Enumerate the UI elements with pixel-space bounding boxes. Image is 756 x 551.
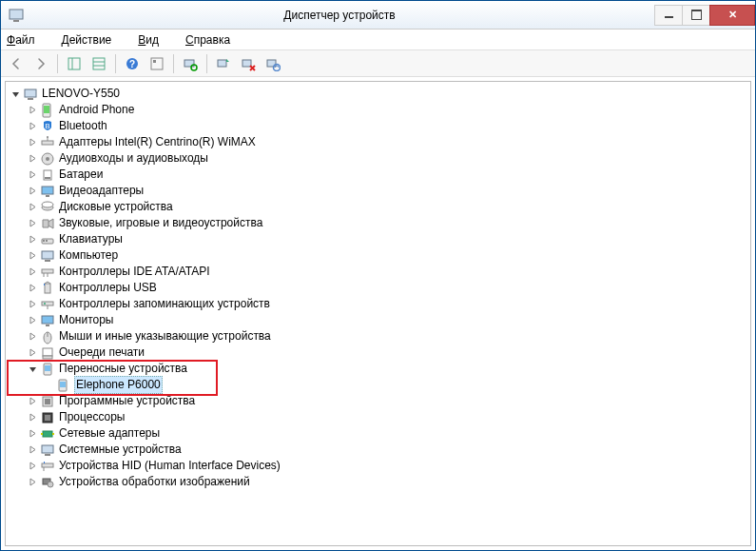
- expand-arrow-icon[interactable]: [27, 444, 38, 456]
- tree-category-label: Мониторы: [59, 312, 113, 328]
- expand-arrow-icon[interactable]: [27, 299, 38, 310]
- scan-hardware-button[interactable]: [179, 52, 202, 75]
- expand-arrow-icon[interactable]: [27, 412, 38, 423]
- minimize-button[interactable]: [654, 5, 683, 26]
- svg-rect-1: [13, 20, 19, 22]
- category-icon: [40, 426, 55, 442]
- expand-arrow-icon[interactable]: [27, 461, 38, 472]
- tree-category[interactable]: BBluetooth: [8, 118, 748, 134]
- menu-action[interactable]: Действие: [62, 33, 126, 47]
- expand-arrow-icon[interactable]: [27, 234, 38, 246]
- expand-arrow-icon[interactable]: [27, 347, 38, 359]
- svg-rect-20: [28, 98, 33, 100]
- tree-category[interactable]: Дисковые устройства: [8, 199, 748, 215]
- tree-category-label: Дисковые устройства: [59, 199, 173, 215]
- svg-rect-2: [68, 58, 80, 69]
- back-button[interactable]: [5, 52, 28, 75]
- tree-category[interactable]: Контроллеры запоминающих устройств: [8, 296, 748, 312]
- toolbar: ?: [1, 50, 755, 77]
- tree-category[interactable]: Системные устройства: [8, 442, 748, 458]
- svg-rect-44: [44, 284, 45, 285]
- expand-arrow-icon[interactable]: [27, 202, 38, 213]
- category-icon: [40, 475, 55, 490]
- tree-category[interactable]: Переносные устройства: [8, 361, 748, 377]
- expand-arrow-icon[interactable]: [27, 121, 38, 132]
- window-controls: [655, 5, 755, 26]
- tree-category[interactable]: Устройства обработки изображений: [8, 474, 748, 490]
- tree-category[interactable]: Очереди печати: [8, 344, 748, 361]
- svg-rect-0: [10, 10, 23, 19]
- tree-category[interactable]: Мониторы: [8, 312, 748, 328]
- computer-icon: [23, 87, 38, 102]
- tree-category[interactable]: Программные устройства: [8, 393, 748, 409]
- tree-category[interactable]: Сетевые адаптеры: [8, 425, 748, 442]
- svg-point-26: [47, 136, 48, 138]
- toolbar-separator: [115, 54, 116, 73]
- tree-category[interactable]: Процессоры: [8, 409, 748, 425]
- expand-arrow-icon[interactable]: [27, 283, 38, 294]
- expand-arrow-icon[interactable]: [27, 477, 38, 488]
- uninstall-button[interactable]: [237, 52, 260, 75]
- expand-arrow-icon[interactable]: [27, 428, 38, 440]
- tree-category[interactable]: Клавиатуры: [8, 231, 748, 247]
- svg-rect-31: [42, 187, 53, 194]
- tree-category[interactable]: Контроллеры USB: [8, 280, 748, 296]
- app-icon: [9, 8, 24, 23]
- expand-arrow-icon[interactable]: [27, 266, 38, 278]
- expand-arrow-icon[interactable]: [27, 153, 38, 165]
- expand-arrow-icon[interactable]: [10, 89, 21, 100]
- properties-button[interactable]: [87, 52, 110, 75]
- expand-arrow-icon[interactable]: [27, 331, 38, 343]
- disable-button[interactable]: [262, 52, 284, 75]
- expand-arrow-icon[interactable]: [27, 137, 38, 148]
- toolbar-separator: [206, 54, 207, 73]
- expand-arrow-icon[interactable]: [27, 186, 38, 197]
- tree-category[interactable]: Аудиовходы и аудиовыходы: [8, 150, 748, 167]
- expand-arrow-icon[interactable]: [27, 396, 38, 407]
- menu-file[interactable]: Файл: [7, 33, 48, 47]
- tree-category[interactable]: Звуковые, игровые и видеоустройства: [8, 215, 748, 231]
- tree-category[interactable]: Устройства HID (Human Interface Devices): [8, 458, 748, 474]
- tree-category[interactable]: Адаптеры Intel(R) Centrino(R) WiMAX: [8, 134, 748, 150]
- svg-rect-67: [42, 463, 53, 467]
- update-driver-button[interactable]: [212, 52, 235, 75]
- tree-category-label: Звуковые, игровые и видеоустройства: [59, 215, 262, 231]
- tree-category[interactable]: Android Phone: [8, 102, 748, 118]
- expand-arrow-icon[interactable]: [27, 169, 38, 181]
- svg-rect-39: [45, 260, 50, 262]
- category-icon: [40, 265, 55, 280]
- forward-button[interactable]: [29, 52, 52, 75]
- svg-rect-55: [45, 365, 50, 371]
- expand-arrow-icon[interactable]: [27, 364, 38, 375]
- tree-category-label: Аудиовходы и аудиовыходы: [59, 150, 208, 167]
- tree-device[interactable]: Elephone P6000: [8, 377, 748, 393]
- title-bar: Диспетчер устройств: [1, 1, 755, 30]
- tree-device-label: Elephone P6000: [74, 376, 163, 394]
- tree-category[interactable]: Мыши и иные указывающие устройства: [8, 328, 748, 344]
- svg-rect-65: [42, 445, 53, 453]
- menu-view[interactable]: Вид: [138, 33, 172, 47]
- expand-arrow-icon[interactable]: [27, 250, 38, 262]
- help-button[interactable]: ?: [121, 52, 144, 75]
- close-button[interactable]: [709, 5, 755, 26]
- category-icon: B: [40, 119, 55, 134]
- tree-category-label: Очереди печати: [59, 344, 145, 361]
- tree-root[interactable]: LENOVO-Y550: [8, 86, 748, 102]
- show-hide-tree-button[interactable]: [63, 52, 86, 75]
- svg-rect-57: [60, 382, 66, 387]
- expand-arrow-icon[interactable]: [27, 218, 38, 229]
- tree-category[interactable]: Батареи: [8, 167, 748, 183]
- maximize-button[interactable]: [682, 5, 710, 26]
- expand-arrow-icon[interactable]: [27, 105, 38, 116]
- device-tree-pane[interactable]: LENOVO-Y550Android PhoneBBluetoothАдапте…: [5, 81, 751, 546]
- tree-category-label: Программные устройства: [59, 393, 195, 409]
- tree-category[interactable]: Контроллеры IDE ATA/ATAPI: [8, 264, 748, 280]
- menu-help[interactable]: Справка: [185, 33, 243, 47]
- action-button[interactable]: [145, 52, 168, 75]
- tree-category[interactable]: Компьютер: [8, 247, 748, 264]
- tree-category[interactable]: Видеоадаптеры: [8, 183, 748, 199]
- expand-arrow-icon[interactable]: [27, 315, 38, 326]
- category-icon: [40, 216, 55, 231]
- tree-category-label: Контроллеры USB: [59, 280, 157, 296]
- tree-category-label: Сетевые адаптеры: [59, 425, 160, 442]
